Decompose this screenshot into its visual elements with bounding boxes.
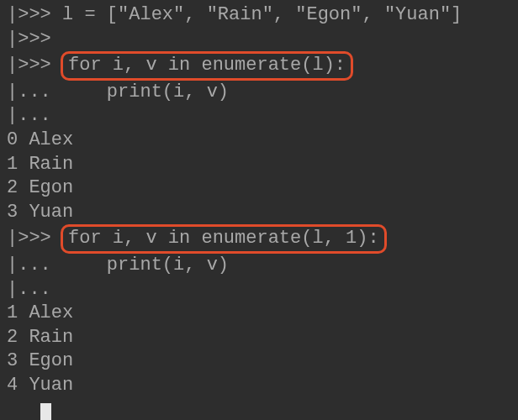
code-text: l = ["Alex", "Rain", "Egon", "Yuan"]	[62, 4, 462, 25]
highlighted-code: for i, v in enumerate(l):	[61, 51, 353, 81]
terminal-line: 2 Rain	[7, 326, 511, 350]
highlighted-code: for i, v in enumerate(l, 1):	[61, 224, 387, 254]
terminal-line: |... print(i, v)	[7, 254, 511, 278]
output-text: 1 Rain	[7, 154, 73, 175]
terminal-line: 3 Yuan	[7, 201, 511, 225]
terminal-output: |>>> l = ["Alex", "Rain", "Egon", "Yuan"…	[7, 3, 511, 420]
code-text: print(i, v)	[62, 255, 229, 276]
prompt: |>>>	[7, 4, 62, 25]
prompt: |...	[7, 255, 62, 276]
terminal-line: |>>>	[7, 28, 511, 52]
output-text: 2 Egon	[7, 177, 73, 198]
prompt: |>>>	[7, 55, 62, 76]
terminal-line: |>>> l = ["Alex", "Rain", "Egon", "Yuan"…	[7, 3, 511, 28]
terminal-line: |>>> for i, v in enumerate(l):	[7, 51, 511, 81]
output-text: 3 Yuan	[7, 202, 73, 223]
terminal-line: |>>> for i, v in enumerate(l, 1):	[7, 224, 511, 254]
terminal-line: 4 Yuan	[7, 374, 511, 398]
prompt: |...	[7, 105, 62, 126]
prompt: |>>>	[7, 29, 62, 50]
terminal-line: 1 Alex	[7, 302, 511, 326]
cursor	[40, 403, 51, 420]
terminal-line: |...	[7, 278, 511, 302]
terminal-line: 0 Alex	[7, 129, 511, 153]
prompt: |>>>	[7, 228, 62, 249]
prompt: |...	[7, 279, 62, 300]
code-text: print(i, v)	[62, 81, 229, 102]
terminal-line: |...	[7, 104, 511, 129]
terminal-line	[7, 398, 511, 421]
terminal-line: 3 Egon	[7, 349, 511, 374]
terminal-line: 1 Rain	[7, 153, 511, 177]
output-text: 1 Alex	[7, 302, 73, 323]
output-text: 3 Egon	[7, 350, 73, 371]
output-text: 2 Rain	[7, 327, 73, 348]
output-text: 4 Yuan	[7, 375, 73, 396]
prompt: |...	[7, 81, 62, 102]
terminal-line: |... print(i, v)	[7, 81, 511, 105]
output-text: 0 Alex	[7, 129, 73, 150]
terminal-line: 2 Egon	[7, 176, 511, 201]
